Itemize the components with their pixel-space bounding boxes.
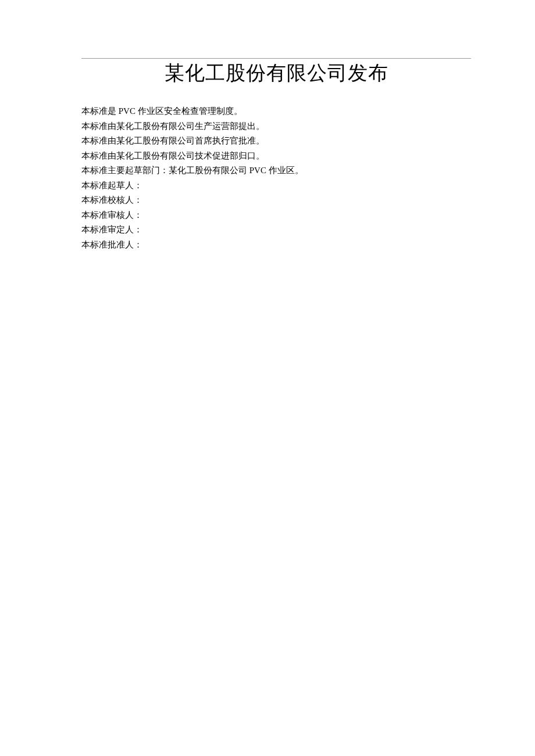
paragraph-line: 本标准审定人：	[81, 223, 471, 238]
paragraph-line: 本标准起草人：	[81, 178, 471, 194]
paragraph-line: 本标准主要起草部门：某化工股份有限公司 PVC 作业区。	[81, 163, 471, 178]
paragraph-line: 本标准审核人：	[81, 208, 471, 223]
paragraph-line: 本标准校核人：	[81, 193, 471, 208]
page-container: 某化工股份有限公司发布 本标准是 PVC 作业区安全检查管理制度。 本标准由某化…	[0, 0, 535, 252]
paragraph-line: 本标准由某化工股份有限公司技术促进部归口。	[81, 149, 471, 164]
document-body: 本标准是 PVC 作业区安全检查管理制度。 本标准由某化工股份有限公司生产运营部…	[81, 104, 471, 252]
paragraph-line: 本标准由某化工股份有限公司生产运营部提出。	[81, 119, 471, 134]
paragraph-line: 本标准由某化工股份有限公司首席执行官批准。	[81, 134, 471, 149]
paragraph-line: 本标准批准人：	[81, 238, 471, 253]
document-title: 某化工股份有限公司发布	[81, 60, 471, 87]
paragraph-line: 本标准是 PVC 作业区安全检查管理制度。	[81, 104, 471, 119]
horizontal-rule	[81, 58, 471, 59]
